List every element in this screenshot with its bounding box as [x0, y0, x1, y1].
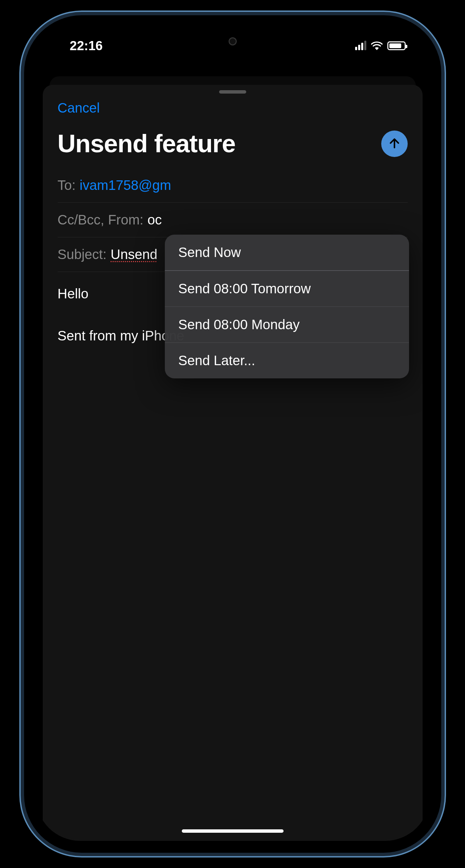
camera-notch: [229, 37, 237, 45]
ccbcc-label: Cc/Bcc, From:: [58, 212, 143, 228]
to-field[interactable]: To: ivam1758@gm: [58, 168, 408, 203]
menu-send-now[interactable]: Send Now: [165, 235, 409, 271]
send-options-menu: Send Now Send 08:00 Tomorrow Send 08:00 …: [165, 235, 409, 378]
menu-send-later[interactable]: Send Later...: [165, 343, 409, 378]
send-button[interactable]: [381, 131, 408, 157]
menu-send-monday[interactable]: Send 08:00 Monday: [165, 307, 409, 343]
compose-sheet: Cancel Unsend feature To: ivam1758@gm: [43, 85, 423, 841]
phone-frame: 22:16: [24, 15, 441, 853]
battery-icon: [387, 41, 406, 50]
wifi-icon: [371, 39, 383, 53]
menu-send-tomorrow[interactable]: Send 08:00 Tomorrow: [165, 271, 409, 307]
home-indicator[interactable]: [182, 829, 284, 833]
signal-icon: [355, 41, 366, 50]
status-bar: 22:16: [36, 27, 429, 64]
to-label: To:: [58, 178, 76, 193]
to-value: ivam1758@gm: [80, 178, 171, 193]
subject-value: Unsend: [111, 247, 157, 262]
sheet-grabber[interactable]: [219, 90, 246, 94]
arrow-up-icon: [388, 136, 401, 151]
status-time: 22:16: [70, 39, 103, 53]
ccbcc-value: oc: [148, 212, 162, 228]
subject-label: Subject:: [58, 247, 107, 262]
cancel-button[interactable]: Cancel: [58, 100, 100, 116]
compose-title: Unsend feature: [58, 129, 236, 158]
ccbcc-from-field[interactable]: Cc/Bcc, From: oc: [58, 203, 408, 237]
phone-screen: 22:16: [36, 27, 429, 841]
